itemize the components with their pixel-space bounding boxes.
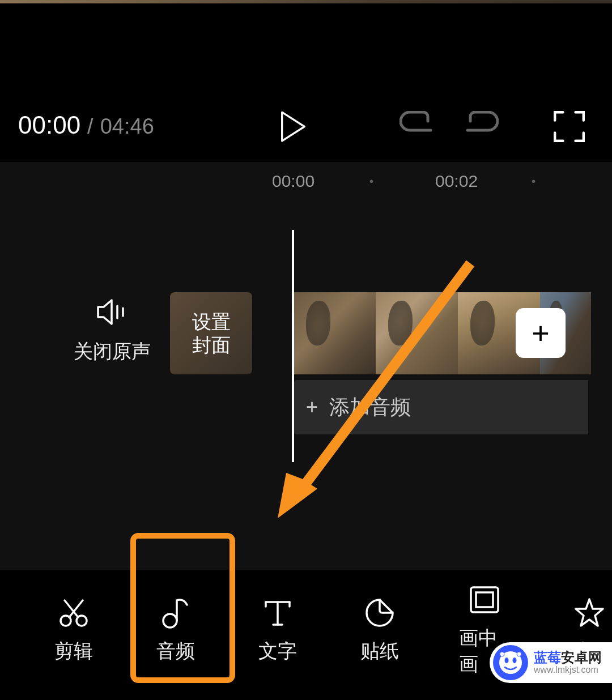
tool-label: 文字 <box>258 638 297 664</box>
svg-point-7 <box>163 614 177 628</box>
svg-point-17 <box>513 658 517 663</box>
undo-button[interactable] <box>400 111 434 142</box>
svg-rect-13 <box>471 587 498 612</box>
tool-sticker[interactable]: 贴纸 <box>357 597 402 664</box>
svg-point-16 <box>505 658 509 663</box>
player-controls: 00:00 / 04:46 <box>0 3 612 162</box>
watermark-url: www.lmkjst.com <box>534 665 602 675</box>
current-time: 00:00 <box>18 111 80 139</box>
svg-point-19 <box>517 652 521 656</box>
tool-label: 音频 <box>156 638 195 664</box>
fullscreen-button[interactable] <box>554 111 585 142</box>
redo-icon <box>465 111 499 139</box>
tool-label: 贴纸 <box>360 638 399 664</box>
watermark-text: 蓝莓安卓网 www.lmkjst.com <box>534 650 602 675</box>
plus-icon: + <box>532 315 550 351</box>
mute-original-button[interactable]: 关闭原声 <box>74 298 151 365</box>
total-time: 04:46 <box>100 114 154 139</box>
time-ruler[interactable]: 00:00 • 00:02 • <box>0 162 612 190</box>
tool-text[interactable]: 文字 <box>255 597 300 664</box>
add-audio-track[interactable]: + 添加音频 <box>294 380 588 434</box>
speaker-icon <box>74 298 151 328</box>
ruler-tick: • <box>369 175 373 188</box>
playhead[interactable] <box>292 230 294 462</box>
music-note-icon <box>161 597 190 628</box>
undo-icon <box>400 111 434 139</box>
ruler-mark-2: 00:02 <box>435 172 478 191</box>
play-icon <box>280 111 306 142</box>
cover-label: 设置 封面 <box>192 310 231 357</box>
watermark-logo-icon <box>493 645 528 680</box>
play-button[interactable] <box>280 111 306 142</box>
clip-frame[interactable] <box>376 292 458 374</box>
tool-edit[interactable]: 剪辑 <box>51 597 96 664</box>
timeline-area: 00:00 • 00:02 • 关闭原声 设置 封面 <box>0 162 612 570</box>
text-icon <box>264 597 292 628</box>
pip-icon <box>469 584 500 615</box>
ruler-mark-0: 00:00 <box>272 172 314 191</box>
redo-button[interactable] <box>465 111 499 142</box>
tool-audio[interactable]: 音频 <box>153 597 198 664</box>
watermark-brand-black: 安卓网 <box>561 650 602 665</box>
track-container: 关闭原声 设置 封面 + + 添加音频 <box>0 190 612 428</box>
clip-frame[interactable] <box>294 292 376 374</box>
scissors-icon <box>59 597 88 628</box>
fullscreen-icon <box>554 111 585 142</box>
watermark-brand-blue: 蓝莓 <box>534 650 561 665</box>
time-display: 00:00 / 04:46 <box>18 111 154 139</box>
add-audio-label: 添加音频 <box>329 394 411 421</box>
time-separator: / <box>87 114 94 139</box>
set-cover-button[interactable]: 设置 封面 <box>170 292 252 374</box>
svg-rect-14 <box>476 592 493 607</box>
star-icon <box>574 597 605 628</box>
plus-icon: + <box>306 395 318 419</box>
svg-point-18 <box>500 652 504 656</box>
watermark-badge: 蓝莓安卓网 www.lmkjst.com <box>490 642 612 683</box>
tool-label: 剪辑 <box>54 638 93 664</box>
sticker-icon <box>365 597 394 628</box>
ruler-tick: • <box>532 175 536 188</box>
add-clip-button[interactable]: + <box>516 308 566 358</box>
mute-original-label: 关闭原声 <box>74 339 151 365</box>
